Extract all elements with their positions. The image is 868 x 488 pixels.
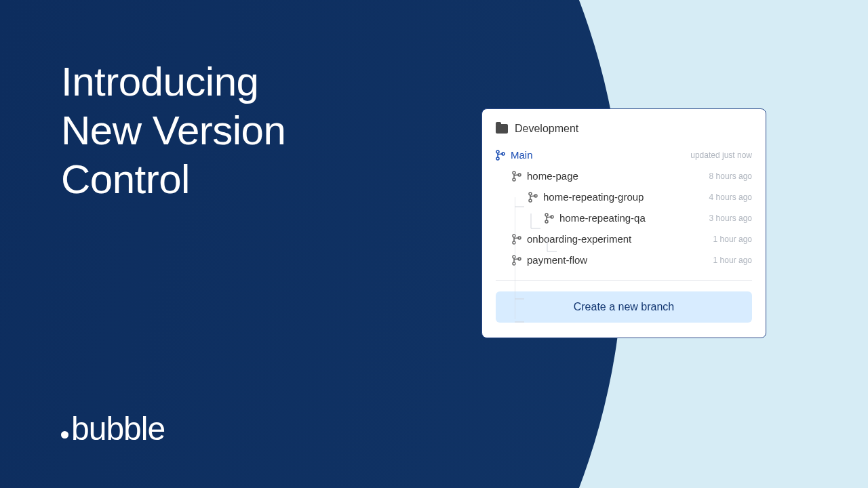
svg-point-12 <box>513 235 515 237</box>
version-control-panel: Development Main updated just now <box>481 108 766 338</box>
svg-point-15 <box>513 256 515 258</box>
branch-onboarding-experiment[interactable]: onboarding-experiment 1 hour ago <box>496 228 752 249</box>
logo-dot-icon <box>61 431 68 439</box>
branch-icon <box>528 192 538 203</box>
divider <box>496 280 752 281</box>
svg-point-4 <box>513 178 515 181</box>
svg-point-9 <box>545 214 548 216</box>
branch-time: 8 hours ago <box>709 171 752 181</box>
branch-icon <box>545 213 554 224</box>
svg-point-16 <box>513 262 515 265</box>
svg-point-13 <box>513 241 515 244</box>
svg-point-6 <box>529 192 532 195</box>
svg-point-3 <box>513 171 515 174</box>
branch-time: 1 hour ago <box>713 235 752 244</box>
section-header: Development <box>496 123 752 135</box>
branch-time: 1 hour ago <box>713 256 752 265</box>
branch-main[interactable]: Main updated just now <box>496 144 752 165</box>
svg-point-1 <box>496 157 499 160</box>
logo-text: bubble <box>71 410 165 447</box>
create-branch-button[interactable]: Create a new branch <box>496 291 752 323</box>
headline-line-2: New Version <box>61 106 285 155</box>
section-title: Development <box>515 123 578 135</box>
branch-time: updated just now <box>690 150 752 160</box>
branch-name: home-page <box>527 170 578 182</box>
bubble-logo: bubble <box>61 410 165 447</box>
branch-name: home-repeating-group <box>543 191 644 203</box>
headline-line-1: Introducing <box>61 58 285 106</box>
branch-name: Main <box>511 149 533 161</box>
branch-time: 4 hours ago <box>709 192 752 202</box>
branch-home-repeating-group[interactable]: home-repeating-group 4 hours ago <box>496 186 752 207</box>
headline-line-3: Control <box>61 155 285 204</box>
branch-icon <box>512 171 521 182</box>
branch-icon <box>512 255 521 266</box>
headline: Introducing New Version Control <box>61 58 285 204</box>
branch-icon <box>496 150 505 161</box>
branch-home-repeating-qa[interactable]: home-repeating-qa 3 hours ago <box>496 207 752 228</box>
svg-point-10 <box>545 220 548 223</box>
branch-icon <box>512 234 521 245</box>
folder-icon <box>496 124 508 134</box>
svg-point-0 <box>496 150 499 153</box>
branch-name: home-repeating-qa <box>559 212 646 224</box>
branch-list: Main updated just now home-page 8 hours … <box>496 144 752 270</box>
branch-name: onboarding-experiment <box>527 233 631 245</box>
branch-time: 3 hours ago <box>709 214 752 223</box>
branch-name: payment-flow <box>527 254 587 266</box>
svg-point-7 <box>529 199 532 202</box>
branch-home-page[interactable]: home-page 8 hours ago <box>496 165 752 186</box>
branch-payment-flow[interactable]: payment-flow 1 hour ago <box>496 249 752 270</box>
